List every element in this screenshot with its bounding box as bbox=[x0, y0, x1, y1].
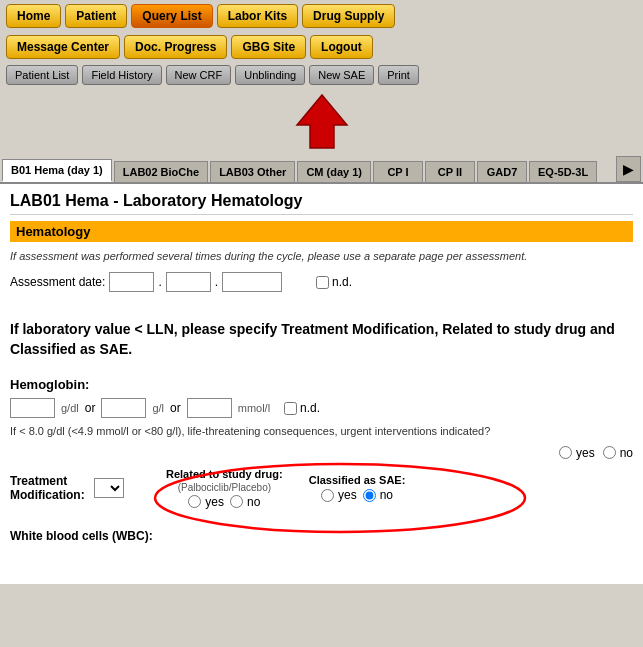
hemoglobin-gl-input[interactable] bbox=[101, 398, 146, 418]
related-no-label: no bbox=[247, 495, 260, 509]
nav-btn-patient[interactable]: Patient bbox=[65, 4, 127, 28]
classified-yes-no: yes no bbox=[321, 488, 393, 502]
unit-gl: g/l bbox=[152, 402, 164, 414]
assessment-date-label: Assessment date: bbox=[10, 275, 105, 289]
treatment-mod-group: Treatment Modification: bbox=[10, 474, 150, 502]
nd-text: n.d. bbox=[332, 275, 352, 289]
or-2: or bbox=[170, 401, 181, 415]
nav-btn-new-crf[interactable]: New CRF bbox=[166, 65, 232, 85]
content-area: LAB01 Hema - Laboratory Hematology Hemat… bbox=[0, 184, 643, 584]
tab-cp1[interactable]: CP I bbox=[373, 161, 423, 182]
treatment-mod-label: Treatment Modification: bbox=[10, 474, 90, 502]
tab-eq5d[interactable]: EQ-5D-3L bbox=[529, 161, 597, 182]
nav-btn-patient-list[interactable]: Patient List bbox=[6, 65, 78, 85]
nav-row-2: Message CenterDoc. ProgressGBG SiteLogou… bbox=[0, 32, 643, 62]
svg-marker-0 bbox=[297, 95, 347, 148]
classified-no-label: no bbox=[380, 488, 393, 502]
tab-lab03[interactable]: LAB03 Other bbox=[210, 161, 295, 182]
date-dot1: . bbox=[158, 275, 161, 289]
nd2-checkbox-group: n.d. bbox=[284, 401, 320, 415]
tabs-bar: B01 Hema (day 1)LAB02 BioCheLAB03 OtherC… bbox=[0, 156, 643, 184]
nav-btn-unblinding[interactable]: Unblinding bbox=[235, 65, 305, 85]
wbc-label: White blood cells (WBC): bbox=[10, 529, 633, 543]
hemoglobin-row: g/dl or g/l or mmol/l n.d. bbox=[10, 398, 633, 418]
section-header: Hematology bbox=[10, 221, 633, 242]
nav-btn-field-history[interactable]: Field History bbox=[82, 65, 161, 85]
related-yes-radio[interactable]: yes bbox=[188, 495, 224, 509]
nav-btn-gbg-site[interactable]: GBG Site bbox=[231, 35, 306, 59]
nd2-label-group: n.d. bbox=[284, 401, 320, 415]
or-1: or bbox=[85, 401, 96, 415]
hemoglobin-mmol-input[interactable] bbox=[187, 398, 232, 418]
assessment-date-month[interactable] bbox=[166, 272, 211, 292]
classified-no-radio[interactable]: no bbox=[363, 488, 393, 502]
page-title: LAB01 Hema - Laboratory Hematology bbox=[10, 192, 633, 215]
assessment-date-row: Assessment date: . . n.d. bbox=[10, 272, 633, 292]
assessment-date-year[interactable] bbox=[222, 272, 282, 292]
related-no-radio[interactable]: no bbox=[230, 495, 260, 509]
nd-label-group: n.d. bbox=[316, 275, 352, 289]
urgent-yes-label: yes bbox=[576, 446, 595, 460]
tab-b01[interactable]: B01 Hema (day 1) bbox=[2, 159, 112, 182]
classified-yes-radio[interactable]: yes bbox=[321, 488, 357, 502]
related-yes-no: yes no bbox=[188, 495, 260, 509]
nav-row-1: HomePatientQuery ListLabor KitsDrug Supp… bbox=[0, 0, 643, 32]
tab-scroll-arrow[interactable]: ▶ bbox=[616, 156, 641, 182]
nav-btn-home[interactable]: Home bbox=[6, 4, 61, 28]
assessment-date-day[interactable] bbox=[109, 272, 154, 292]
unit-mmoll: mmol/l bbox=[238, 402, 270, 414]
instruction-text: If assessment was performed several time… bbox=[10, 250, 633, 262]
nd2-checkbox[interactable] bbox=[284, 402, 297, 415]
nav-btn-doc-progress[interactable]: Doc. Progress bbox=[124, 35, 227, 59]
treatment-row: Treatment Modification: Related to study… bbox=[10, 468, 633, 509]
tab-lab02[interactable]: LAB02 BioChe bbox=[114, 161, 208, 182]
classified-yes-input[interactable] bbox=[321, 489, 334, 502]
tab-gad7[interactable]: GAD7 bbox=[477, 161, 527, 182]
big-bold-instruction: If laboratory value < LLN, please specif… bbox=[10, 320, 633, 359]
nav-btn-new-sae[interactable]: New SAE bbox=[309, 65, 374, 85]
treatment-mod-dropdown[interactable] bbox=[94, 478, 124, 498]
nd-checkbox[interactable] bbox=[316, 276, 329, 289]
treatment-section: Treatment Modification: Related to study… bbox=[10, 468, 633, 521]
arrow-container bbox=[0, 88, 643, 156]
nav-btn-logout[interactable]: Logout bbox=[310, 35, 373, 59]
urgent-yes-radio[interactable]: yes bbox=[559, 446, 595, 460]
tab-cm[interactable]: CM (day 1) bbox=[297, 161, 371, 182]
nd2-text: n.d. bbox=[300, 401, 320, 415]
classified-yes-label: yes bbox=[338, 488, 357, 502]
classified-no-input[interactable] bbox=[363, 489, 376, 502]
date-dot2: . bbox=[215, 275, 218, 289]
related-group: Related to study drug: (Palbociclib/Plac… bbox=[166, 468, 283, 509]
nav-btn-labor-kits[interactable]: Labor Kits bbox=[217, 4, 298, 28]
nav-row-3: Patient ListField HistoryNew CRFUnblindi… bbox=[0, 62, 643, 88]
related-yes-label: yes bbox=[205, 495, 224, 509]
nav-btn-message-center[interactable]: Message Center bbox=[6, 35, 120, 59]
nav-btn-drug-supply[interactable]: Drug Supply bbox=[302, 4, 395, 28]
warning-text: If < 8.0 g/dl (<4.9 mmol/l or <80 g/l), … bbox=[10, 424, 633, 439]
urgent-no-radio[interactable]: no bbox=[603, 446, 633, 460]
urgent-yes-input[interactable] bbox=[559, 446, 572, 459]
tab-cp2[interactable]: CP II bbox=[425, 161, 475, 182]
related-no-input[interactable] bbox=[230, 495, 243, 508]
red-arrow-icon bbox=[292, 90, 352, 150]
classified-group: Classified as SAE: yes no bbox=[309, 474, 406, 502]
urgent-yes-no-row: yes no bbox=[10, 446, 633, 460]
urgent-no-input[interactable] bbox=[603, 446, 616, 459]
urgent-no-label: no bbox=[620, 446, 633, 460]
hemoglobin-label: Hemoglobin: bbox=[10, 377, 633, 392]
classified-label: Classified as SAE: bbox=[309, 474, 406, 486]
unit-gdl: g/dl bbox=[61, 402, 79, 414]
nd-checkbox-group: n.d. bbox=[316, 275, 352, 289]
hemoglobin-gdl-input[interactable] bbox=[10, 398, 55, 418]
nav-btn-print[interactable]: Print bbox=[378, 65, 419, 85]
related-label: Related to study drug: bbox=[166, 468, 283, 480]
nav-btn-query-list[interactable]: Query List bbox=[131, 4, 212, 28]
drug-name: (Palbociclib/Placebo) bbox=[178, 482, 271, 493]
related-yes-input[interactable] bbox=[188, 495, 201, 508]
